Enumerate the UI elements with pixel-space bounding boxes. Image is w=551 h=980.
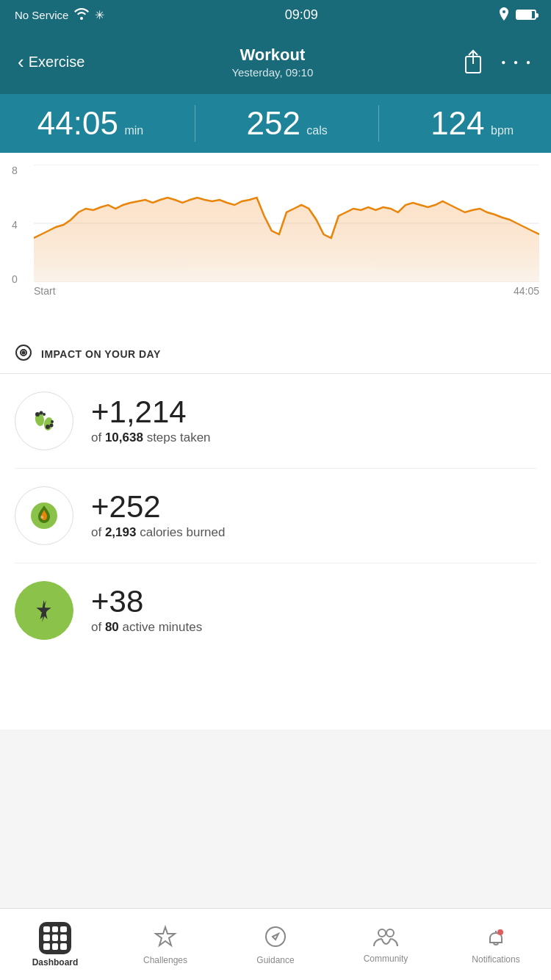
stat-duration: 44:05 min <box>37 107 143 140</box>
tab-bar: Dashboard Challenges Guidance <box>0 908 551 980</box>
chart-container: 0 4 8 Start 44:05 <box>0 153 551 314</box>
active-minutes-detail: of 80 active minutes <box>91 620 536 635</box>
svg-point-6 <box>23 352 25 354</box>
impact-section: IMPACT ON YOUR DAY +1,214 <box>0 329 551 657</box>
battery-icon <box>516 10 536 20</box>
svg-point-19 <box>266 927 285 946</box>
y-label-8: 8 <box>12 165 29 176</box>
x-label-end: 44:05 <box>514 285 539 297</box>
impact-header: IMPACT ON YOUR DAY <box>0 329 551 374</box>
svg-point-23 <box>497 929 503 935</box>
chart-spacer <box>0 314 551 329</box>
duration-unit: min <box>124 124 143 137</box>
more-button[interactable]: ● ● ● <box>501 58 533 66</box>
svg-point-12 <box>46 425 50 429</box>
steps-value: +1,214 <box>91 397 536 428</box>
svg-point-14 <box>51 420 54 423</box>
nav-center: Workout Yesterday, 09:10 <box>231 46 313 79</box>
steps-item: +1,214 of 10,638 steps taken <box>15 374 536 469</box>
bpm-value: 124 <box>431 105 484 141</box>
active-minutes-detail-prefix: of <box>91 620 105 634</box>
carrier-text: No Service <box>15 9 68 21</box>
stat-divider-1 <box>195 105 195 142</box>
tab-community[interactable]: Community <box>331 909 441 980</box>
dashboard-label: Dashboard <box>32 957 79 968</box>
chart-y-labels: 0 4 8 <box>12 165 29 285</box>
tab-challenges[interactable]: Challenges <box>110 909 220 980</box>
calories-icon <box>28 500 60 532</box>
nav-title: Workout <box>231 46 313 65</box>
status-bar: No Service ✳ 09:09 <box>0 0 551 29</box>
bpm-unit: bpm <box>491 124 514 137</box>
guidance-icon <box>263 924 288 952</box>
active-minutes-item: +38 of 80 active minutes <box>15 563 536 657</box>
workout-chart <box>34 165 539 282</box>
tab-dashboard[interactable]: Dashboard <box>0 909 110 980</box>
stat-divider-2 <box>378 105 379 142</box>
active-minutes-value: +38 <box>91 586 536 617</box>
active-minutes-icon-circle <box>15 581 73 640</box>
active-minutes-detail-bold: 80 <box>105 620 119 634</box>
community-label: Community <box>364 954 408 964</box>
svg-point-10 <box>40 411 43 415</box>
steps-detail-suffix: steps taken <box>143 430 211 444</box>
calories-value: +252 <box>91 491 536 522</box>
chart-area <box>34 165 539 282</box>
calories-data: +252 of 2,193 calories burned <box>91 491 536 540</box>
tab-guidance[interactable]: Guidance <box>220 909 331 980</box>
status-left: No Service ✳ <box>15 8 104 22</box>
svg-point-11 <box>43 413 46 416</box>
notifications-label: Notifications <box>472 954 519 965</box>
guidance-label: Guidance <box>256 955 294 965</box>
location-icon <box>498 7 510 23</box>
nav-actions: ● ● ● <box>460 48 533 75</box>
y-label-4: 4 <box>12 219 29 231</box>
steps-icon <box>28 405 60 437</box>
steps-icon-circle <box>15 392 73 450</box>
impact-items: +1,214 of 10,638 steps taken +252 of 2, <box>0 374 551 657</box>
svg-point-9 <box>35 412 40 417</box>
community-icon <box>372 926 399 951</box>
svg-point-21 <box>386 929 394 937</box>
duration-value: 44:05 <box>37 105 118 141</box>
impact-title: IMPACT ON YOUR DAY <box>41 348 161 360</box>
calories-detail-suffix: calories burned <box>136 525 225 539</box>
stat-bpm: 124 bpm <box>431 107 514 140</box>
stat-calories: 252 cals <box>246 107 327 140</box>
status-time: 09:09 <box>285 7 318 23</box>
x-label-start: Start <box>34 285 56 297</box>
notifications-icon <box>484 925 508 951</box>
steps-data: +1,214 of 10,638 steps taken <box>91 397 536 445</box>
active-minutes-data: +38 of 80 active minutes <box>91 586 536 635</box>
svg-point-16 <box>40 516 43 519</box>
nav-subtitle: Yesterday, 09:10 <box>231 66 313 79</box>
dashboard-icon <box>39 922 71 954</box>
svg-point-13 <box>50 424 54 428</box>
active-minutes-detail-suffix: active minutes <box>119 620 202 634</box>
back-chevron-icon: ‹ <box>18 51 24 73</box>
challenges-label: Challenges <box>143 955 187 965</box>
chart-x-labels: Start 44:05 <box>34 285 539 297</box>
wifi-icon <box>74 8 89 22</box>
back-label: Exercise <box>29 54 85 71</box>
steps-detail-prefix: of <box>91 430 105 444</box>
calories-detail-bold: 2,193 <box>105 525 137 539</box>
steps-detail-bold: 10,638 <box>105 430 143 444</box>
tab-notifications[interactable]: Notifications <box>441 909 551 980</box>
share-button[interactable] <box>460 48 486 75</box>
steps-detail: of 10,638 steps taken <box>91 430 536 445</box>
active-minutes-icon <box>29 596 59 625</box>
y-label-0: 0 <box>12 273 29 285</box>
svg-point-20 <box>378 929 386 937</box>
nav-bar: ‹ Exercise Workout Yesterday, 09:10 ● ● … <box>0 29 551 94</box>
loading-icon: ✳ <box>95 8 104 22</box>
calories-value: 252 <box>246 105 300 141</box>
status-right <box>498 7 536 23</box>
tab-bar-spacer <box>0 657 551 729</box>
impact-target-icon <box>15 344 32 364</box>
calories-unit: cals <box>306 124 327 137</box>
back-button[interactable]: ‹ Exercise <box>18 51 84 73</box>
calories-detail: of 2,193 calories burned <box>91 525 536 540</box>
stats-bar: 44:05 min 252 cals 124 bpm <box>0 94 551 153</box>
calories-item: +252 of 2,193 calories burned <box>15 469 536 563</box>
